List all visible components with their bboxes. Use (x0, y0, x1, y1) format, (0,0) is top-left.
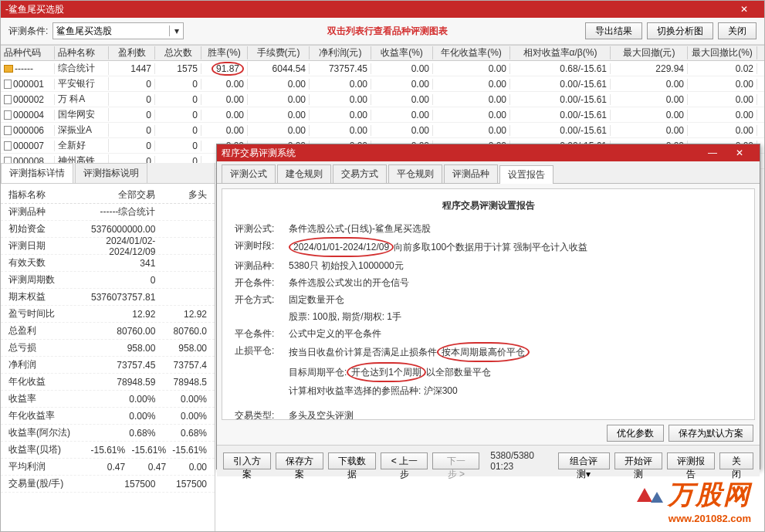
brand-logo: 万股网 www.201082.com (637, 477, 751, 524)
dlg-close-icon[interactable]: ✕ (724, 147, 755, 158)
table-row[interactable]: 000002万 科A000.000.000.000.000.000.00/-15… (1, 92, 764, 107)
cond-label: 评测条件: (8, 25, 48, 38)
detail-row: 总盈利80760.0080760.0 (1, 323, 215, 340)
detail-head: 指标名称 全部交易 多头 (1, 187, 215, 204)
close-icon[interactable]: ✕ (729, 4, 760, 15)
dlg-close-button[interactable]: 关闭 (719, 452, 753, 469)
detail-row: 有效天数341 (1, 255, 215, 272)
tab-desc[interactable]: 评测指标说明 (75, 163, 147, 183)
close-button[interactable]: 关闭 (718, 22, 757, 39)
detail-row: 总亏损958.00958.00 (1, 340, 215, 357)
detail-row: 平均利润0.470.470.00 (1, 459, 215, 476)
dlg-title: 程序交易评测系统 (222, 147, 701, 160)
chevron-down-icon[interactable]: ▾ (169, 25, 183, 36)
arrow-up-icon (651, 492, 663, 503)
import-button[interactable]: 引入方案 (223, 452, 271, 469)
detail-row: 盈亏时间比12.9212.92 (1, 306, 215, 323)
next-button: 下一步 > (432, 452, 479, 469)
detail-row: 年化收益78948.5978948.5 (1, 374, 215, 391)
switch-chart-button[interactable]: 切换分析图 (647, 22, 713, 39)
detail-row: 净利润73757.4573757.4 (1, 357, 215, 374)
prev-button[interactable]: < 上一步 (381, 452, 428, 469)
download-button[interactable]: 下载数据 (328, 452, 376, 469)
save-scheme-button[interactable]: 保存方案 (276, 452, 323, 469)
table-row[interactable]: 000001平安银行000.000.000.000.000.000.00/-15… (1, 76, 764, 92)
hint-text: 双击列表行查看品种评测图表 (327, 25, 448, 38)
detail-row: 收益率(阿尔法)0.68%0.68% (1, 425, 215, 442)
detail-row: 评测日期2024/01/02-2024/12/09 (1, 238, 215, 255)
cond-input[interactable] (53, 25, 169, 36)
dlg-tab-symbol[interactable]: 评测品种 (444, 164, 498, 183)
dlg-tab-open[interactable]: 建仓规则 (277, 164, 331, 183)
toolbar: 评测条件: ▾ 双击列表行查看品种评测图表 导出结果 切换分析图 关闭 (1, 18, 764, 45)
dlg-tab-formula[interactable]: 评测公式 (222, 164, 276, 183)
detail-row: 期末权益5376073757.81 (1, 289, 215, 306)
dlg-bottom-bar: 引入方案 保存方案 下载数据 < 上一步 下一步 > 5380/5380 01:… (217, 445, 760, 476)
minimize-icon[interactable]: — (701, 147, 724, 158)
file-icon (4, 110, 12, 120)
dlg-tab-trade[interactable]: 交易方式 (333, 164, 387, 183)
save-default-button[interactable]: 保存为默认方案 (669, 425, 753, 442)
table-row[interactable]: 000004国华网安000.000.000.000.000.000.00/-15… (1, 107, 764, 123)
file-icon (4, 95, 12, 104)
dlg-title-bar: 程序交易评测系统 — ✕ (217, 144, 760, 161)
detail-row: 年化收益率0.00%0.00% (1, 408, 215, 425)
cond-combo[interactable]: ▾ (52, 22, 184, 39)
tab-detail[interactable]: 评测指标详情 (1, 163, 73, 183)
report-title: 程序交易评测设置报告 (235, 197, 742, 214)
file-icon (4, 141, 12, 151)
dlg-tab-close[interactable]: 平仓规则 (388, 164, 442, 183)
start-eval-button[interactable]: 开始评测 (614, 452, 662, 469)
dlg-tabs: 评测公式 建仓规则 交易方式 平仓规则 评测品种 设置报告 (217, 161, 760, 184)
report-body: 程序交易评测设置报告 评测公式:条件选股公式-(日线)-鲨鱼尾买选股 评测时段:… (222, 188, 755, 420)
arrow-up-icon (637, 488, 652, 502)
folder-icon (4, 65, 13, 73)
optimize-button[interactable]: 优化参数 (607, 425, 664, 442)
progress-text: 5380/5380 01:23 (490, 450, 543, 472)
detail-row: 评测品种------综合统计 (1, 204, 215, 221)
date-range-highlight: 2024/01/01-2024/12/09 (289, 237, 394, 257)
table-row[interactable]: ------综合统计1447157591.876044.5473757.450.… (1, 61, 764, 76)
combo-eval-button[interactable]: 组合评测▾ (558, 452, 610, 469)
file-icon (4, 80, 12, 89)
detail-row: 收益率(贝塔)-15.61%-15.61%-15.61% (1, 442, 215, 459)
detail-pane: 评测指标详情 评测指标说明 指标名称 全部交易 多头 评测品种------综合统… (1, 163, 215, 531)
file-icon (4, 126, 12, 135)
detail-row: 评测周期数0 (1, 272, 215, 289)
export-button[interactable]: 导出结果 (585, 22, 642, 39)
main-title: -鲨鱼尾买选股 (5, 3, 729, 16)
report-dialog: 程序交易评测系统 — ✕ 评测公式 建仓规则 交易方式 平仓规则 评测品种 设置… (216, 144, 760, 469)
eval-report-button[interactable]: 评测报告 (667, 452, 715, 469)
dlg-tab-report[interactable]: 设置报告 (499, 165, 553, 184)
stop-loss-highlight: 按本周期最高价平仓 (437, 342, 530, 362)
grid-header: 品种代码 品种名称 盈利数 总次数 胜率(%) 手续费(元) 净利润(元) 收益… (1, 46, 764, 61)
main-title-bar: -鲨鱼尾买选股 ✕ (1, 1, 764, 18)
target-period-highlight: 开仓达到1个周期 (347, 362, 426, 382)
table-row[interactable]: 000006深振业A000.000.000.000.000.000.00/-15… (1, 123, 764, 138)
detail-row: 交易量(股/手)157500157500 (1, 476, 215, 493)
detail-row: 收益率0.00%0.00% (1, 391, 215, 408)
